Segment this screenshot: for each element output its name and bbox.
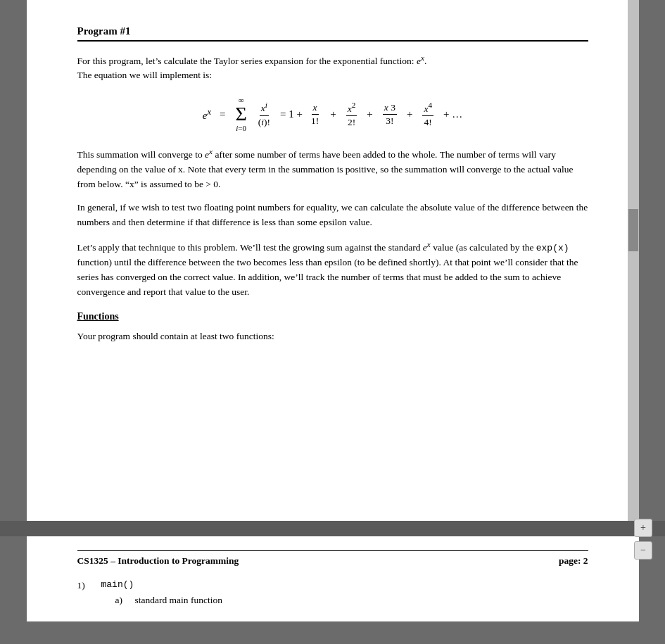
page-wrapper: Program #1 For this program, let’s calcu… xyxy=(0,0,665,621)
footer-page-num: page: 2 xyxy=(559,555,588,567)
functions-intro: Your program should contain at least two… xyxy=(77,329,588,344)
formula-inner: ex = ∞ Σ i=0 xi (i)! = 1 + x xyxy=(203,96,462,132)
frac-num-x4: x4 xyxy=(422,101,433,116)
functions-heading: Functions xyxy=(77,311,588,322)
formula-block: ex = ∞ Σ i=0 xi (i)! = 1 + x xyxy=(77,96,588,132)
frac-num-x3: x 3 xyxy=(383,102,397,115)
fraction-x1: x 1! xyxy=(310,102,320,127)
intro-paragraph: For this program, let’s calculate the Ta… xyxy=(77,51,588,83)
apply-paragraph: Let’s apply that technique to this probl… xyxy=(77,238,588,299)
plus-button[interactable]: + xyxy=(634,519,652,537)
sigma-notation: ∞ Σ i=0 xyxy=(235,96,246,132)
footer-header: CS1325 – Introduction to Programming pag… xyxy=(77,550,588,567)
program-title: Program #1 xyxy=(77,25,588,42)
scrollbar-thumb[interactable] xyxy=(628,209,638,251)
plus3: + xyxy=(407,108,412,120)
sub-item-a: a) standard main function xyxy=(115,593,222,608)
item-num-1: 1) xyxy=(77,578,94,607)
sub-text-a: standard main function xyxy=(135,593,222,608)
frac-den-1: 1! xyxy=(310,115,320,127)
footer-page: CS1325 – Introduction to Programming pag… xyxy=(27,536,639,621)
formula-ex: ex xyxy=(203,107,211,122)
convergence-paragraph: This summation will converge to ex after… xyxy=(77,145,588,191)
frac-denominator-xi: (i)! xyxy=(257,116,272,128)
item-content-1: main() a) standard main function xyxy=(101,578,222,607)
frac-num-x: x xyxy=(312,102,319,115)
floating-point-paragraph: In general, if we wish to test two float… xyxy=(77,201,588,230)
formula-eq1: = 1 + xyxy=(280,108,303,120)
sigma-bottom: i=0 xyxy=(236,124,246,132)
ellipsis: + … xyxy=(443,108,462,120)
frac-numerator-xi: xi xyxy=(260,101,269,116)
fraction-x2: x2 2! xyxy=(346,101,357,128)
sub-label-a: a) xyxy=(115,593,129,608)
main-doc-page: Program #1 For this program, let’s calcu… xyxy=(27,0,639,521)
inline-code-exp: exp(x) xyxy=(536,243,569,253)
side-controls: + − xyxy=(634,519,652,560)
footer-list: 1) main() a) standard main function xyxy=(77,578,588,607)
minus-button[interactable]: − xyxy=(634,541,652,560)
formula-equals: = xyxy=(220,108,225,120)
fraction-xi: xi (i)! xyxy=(257,101,272,128)
page-divider: ⇱ xyxy=(0,521,665,536)
plus2: + xyxy=(367,108,372,120)
frac-den-2: 2! xyxy=(346,116,357,128)
scrollbar-track[interactable] xyxy=(628,0,639,521)
plus1: + xyxy=(330,108,336,120)
fraction-x4: x4 4! xyxy=(422,101,433,128)
fraction-x3: x 3 3! xyxy=(383,102,397,127)
item-main-1: main() xyxy=(101,578,222,593)
sigma-symbol: Σ xyxy=(235,104,246,124)
frac-num-x2: x2 xyxy=(346,101,357,116)
frac-den-4: 4! xyxy=(423,116,433,128)
footer-list-item-1: 1) main() a) standard main function xyxy=(77,578,588,607)
frac-den-3: 3! xyxy=(384,115,395,127)
footer-course: CS1325 – Introduction to Programming xyxy=(77,555,239,567)
